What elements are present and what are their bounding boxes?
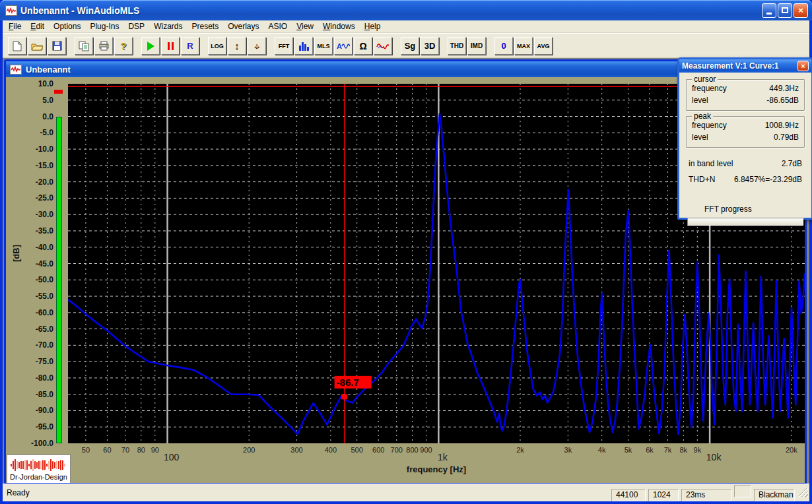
y-tick-label: -50.0 bbox=[6, 275, 53, 284]
y-tick-label: -60.0 bbox=[6, 308, 53, 317]
record-button[interactable]: R bbox=[181, 37, 199, 55]
window-title: Unbenannt - WinAudioMLS bbox=[20, 5, 762, 16]
thd-button[interactable]: THD bbox=[448, 37, 466, 55]
x-tick-label: 2k bbox=[516, 446, 524, 454]
signal-generator-button[interactable]: Sg bbox=[401, 37, 419, 55]
average-button[interactable]: AVG bbox=[534, 37, 553, 55]
reset-zero-button[interactable]: 0 bbox=[494, 37, 513, 55]
y-tick-label: -75.0 bbox=[6, 357, 53, 366]
spectrum-view-button[interactable] bbox=[294, 37, 313, 55]
x-tick-label: 600 bbox=[372, 446, 384, 454]
sine-a-icon: A bbox=[337, 42, 350, 51]
pan-button[interactable]: ↔↕ bbox=[248, 37, 266, 55]
cursor-level-row: level-86.65dB bbox=[691, 94, 800, 106]
menu-wizards[interactable]: Wizards bbox=[149, 20, 187, 32]
menu-view[interactable]: View bbox=[292, 20, 318, 32]
x-tick-label: 20k bbox=[786, 446, 797, 454]
field-value: 6.8457%=-23.29dB bbox=[734, 175, 802, 184]
max-hold-button[interactable]: MAX bbox=[514, 37, 533, 55]
menu-asio[interactable]: ASIO bbox=[264, 20, 292, 32]
x-tick-label: 60 bbox=[103, 446, 111, 454]
zoom-vertical-button[interactable]: ↕ bbox=[228, 37, 246, 55]
x-tick-label: 900 bbox=[420, 446, 432, 454]
measurement-title-bar[interactable]: Measurement V:1 Curve:1 × bbox=[679, 59, 811, 73]
x-tick-label: 50 bbox=[82, 446, 90, 454]
fft-progress-bar bbox=[687, 218, 803, 226]
field-label: level bbox=[692, 133, 708, 142]
close-button[interactable]: × bbox=[794, 3, 808, 18]
x-tick-label: 700 bbox=[391, 446, 403, 454]
field-value: 2.7dB bbox=[782, 159, 802, 168]
menu-plug-ins[interactable]: Plug-Ins bbox=[85, 20, 123, 32]
y-tick-label: -80.0 bbox=[6, 373, 53, 383]
open-file-button[interactable] bbox=[28, 37, 46, 55]
measurement-close-icon[interactable]: × bbox=[797, 61, 809, 71]
level-meter-peak-marker bbox=[54, 90, 63, 94]
x-tick-label: 6k bbox=[646, 446, 654, 454]
mdi-area: Unbenannt [dB] 10.05.00.0-5.0-10.0-15.0-… bbox=[3, 58, 809, 484]
fft-mode-button[interactable]: FFT bbox=[275, 37, 293, 55]
pause-button[interactable] bbox=[161, 37, 180, 55]
y-tick-label: -5.0 bbox=[6, 128, 53, 137]
x-tick-label: 3k bbox=[564, 446, 572, 454]
y-tick-label: -10.0 bbox=[6, 144, 53, 154]
status-panel-1024: 1024 bbox=[648, 489, 679, 501]
menu-windows[interactable]: Windows bbox=[318, 20, 360, 32]
menu-file[interactable]: File bbox=[4, 20, 26, 32]
field-value: 449.3Hz bbox=[769, 84, 799, 93]
minimize-button[interactable] bbox=[762, 3, 776, 18]
cursor-frequency-row: frequency449.3Hz bbox=[691, 82, 800, 94]
peak-frequency-row: frequency1008.9Hz bbox=[691, 119, 800, 131]
vendor-logo: Dr-Jordan-Design bbox=[7, 455, 71, 483]
y-tick-label: -25.0 bbox=[6, 193, 53, 203]
level-meter bbox=[56, 117, 62, 443]
play-triangle-icon bbox=[147, 42, 154, 51]
app-icon bbox=[5, 5, 17, 16]
field-label: level bbox=[692, 96, 708, 105]
field-label: in band level bbox=[689, 159, 733, 168]
signal-trace-button[interactable]: A bbox=[334, 37, 353, 55]
x-tick-label: 5k bbox=[625, 446, 632, 454]
help-button[interactable]: ? bbox=[114, 37, 133, 55]
menu-presets[interactable]: Presets bbox=[187, 20, 223, 32]
resize-grip[interactable] bbox=[799, 488, 808, 497]
field-label: frequency bbox=[692, 84, 727, 93]
play-button[interactable] bbox=[141, 37, 160, 55]
x-tick-label: 300 bbox=[290, 446, 302, 454]
x-decade-label: 10k bbox=[706, 452, 722, 462]
maximize-button[interactable] bbox=[778, 3, 792, 18]
new-file-button[interactable] bbox=[8, 37, 26, 55]
menu-help[interactable]: Help bbox=[360, 20, 386, 32]
impedance-button[interactable]: Ω bbox=[354, 37, 372, 55]
toolbar: ?RLOG↕↔↕FFTMLSAΩSg3DTHDIMD0MAXAVG bbox=[3, 33, 809, 58]
pause-bars-icon bbox=[168, 42, 174, 50]
print-button[interactable] bbox=[94, 37, 113, 55]
y-tick-label: -35.0 bbox=[6, 226, 53, 236]
x-tick-label: 80 bbox=[137, 446, 145, 454]
field-label: THD+N bbox=[689, 175, 715, 184]
mls-mode-button[interactable]: MLS bbox=[314, 37, 333, 55]
log-scale-button[interactable]: LOG bbox=[208, 37, 226, 55]
status-panel-empty bbox=[734, 485, 751, 497]
menu-overlays[interactable]: Overlays bbox=[223, 20, 263, 32]
copy-button[interactable] bbox=[75, 37, 93, 55]
svg-text:A: A bbox=[337, 42, 342, 50]
red-wave-icon bbox=[376, 42, 389, 51]
save-file-button[interactable] bbox=[48, 37, 66, 55]
three-d-view-button[interactable]: 3D bbox=[421, 37, 439, 55]
menu-options[interactable]: Options bbox=[49, 20, 85, 32]
in-band-level-row: in band level2.7dB bbox=[686, 156, 805, 172]
imd-button[interactable]: IMD bbox=[467, 37, 486, 55]
menu-edit[interactable]: Edit bbox=[26, 20, 49, 32]
open-folder-icon bbox=[31, 42, 43, 51]
menu-dsp[interactable]: DSP bbox=[123, 20, 149, 32]
title-bar[interactable]: Unbenannt - WinAudioMLS × bbox=[0, 0, 812, 20]
new-document-icon bbox=[13, 41, 22, 51]
bar-spectrum-icon bbox=[298, 42, 310, 51]
sweep-button[interactable] bbox=[374, 37, 392, 55]
logo-waveform-icon bbox=[11, 457, 67, 474]
cursor-group: cursorfrequency449.3Hzlevel-86.65dB bbox=[686, 79, 805, 111]
measurement-title: Measurement V:1 Curve:1 bbox=[682, 61, 797, 71]
copy-pages-icon bbox=[79, 41, 89, 51]
peak-level-row: level0.79dB bbox=[691, 131, 800, 143]
